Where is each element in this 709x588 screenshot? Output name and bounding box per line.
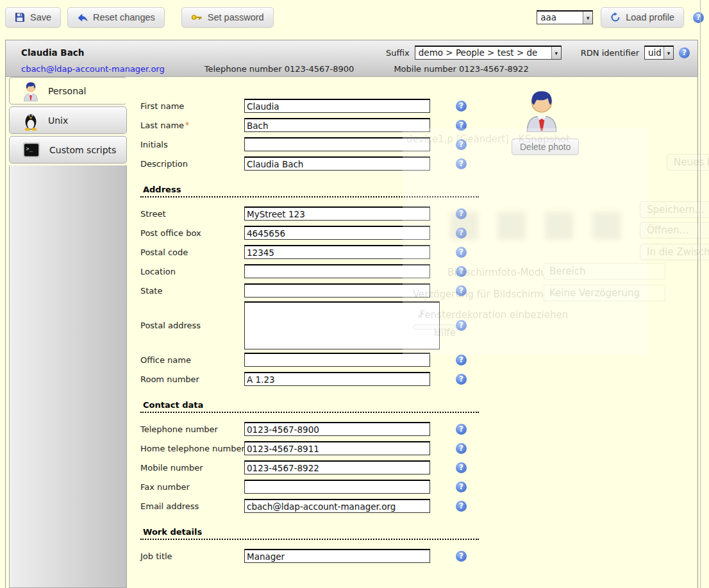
help-icon[interactable]: ? [456, 158, 467, 169]
delete-photo-button[interactable]: Delete photo [512, 139, 579, 155]
telephone-label: Telephone number [140, 424, 244, 434]
email-address-label: Email address [140, 501, 244, 511]
suffix-label: Suffix [386, 48, 410, 58]
help-icon[interactable]: ? [456, 443, 467, 454]
scrollbar-divider[interactable] [700, 0, 701, 588]
postal-address-textarea[interactable] [244, 301, 440, 349]
help-icon[interactable]: ? [456, 101, 467, 112]
job-title-label: Job title [140, 551, 244, 561]
floppy-icon [15, 12, 25, 22]
mobile-number-input[interactable] [244, 460, 430, 475]
account-title: Claudia Bach [21, 47, 84, 58]
form-row: Description ? [140, 154, 697, 173]
help-icon[interactable]: ? [456, 482, 467, 492]
load-profile-button[interactable]: Load profile [601, 7, 684, 28]
first-name-label: First name [140, 101, 244, 111]
room-number-label: Room number [140, 374, 244, 384]
first-name-input[interactable] [244, 99, 430, 113]
terminal-icon: >_ [22, 142, 40, 158]
set-password-label: Set password [208, 12, 264, 22]
fax-number-label: Fax number [140, 482, 244, 492]
last-name-input[interactable] [244, 118, 430, 132]
tab-unix-label: Unix [48, 115, 68, 126]
help-icon[interactable]: ? [456, 285, 467, 296]
suffix-select-value: demo > People > test > de [415, 47, 551, 59]
help-icon[interactable]: ? [456, 551, 467, 562]
fax-number-input[interactable] [244, 480, 430, 494]
work-section-heading: Work details [140, 526, 479, 540]
postal-code-input[interactable] [244, 245, 430, 259]
header-telephone: Telephone number 0123-4567-8900 [204, 64, 354, 74]
reload-icon [610, 12, 621, 22]
tab-personal[interactable]: Personal [9, 77, 127, 105]
suffix-select[interactable]: demo > People > test > de ▾ [415, 46, 562, 60]
room-number-input[interactable] [244, 372, 430, 386]
street-label: Street [140, 209, 244, 219]
select-arrow-icon: ▾ [551, 47, 561, 59]
location-input[interactable] [244, 264, 430, 278]
help-icon[interactable]: ? [456, 139, 467, 150]
account-page: Claudia Bach Suffix demo > People > test… [5, 40, 698, 588]
address-section-heading: Address [140, 183, 479, 197]
help-icon[interactable]: ? [456, 120, 467, 131]
select-arrow-icon: ▾ [583, 12, 592, 24]
save-button[interactable]: Save [5, 7, 61, 28]
street-input[interactable] [244, 206, 430, 221]
form-row: Room number ? [140, 369, 697, 389]
help-icon[interactable]: ? [456, 424, 467, 435]
help-icon[interactable]: ? [456, 462, 467, 473]
undo-arrow-icon [77, 13, 88, 22]
help-icon[interactable]: ? [456, 355, 467, 365]
form-row: Post office box ? [140, 223, 697, 242]
select-arrow-icon: ▾ [663, 47, 673, 59]
description-label: Description [140, 159, 244, 169]
telephone-input[interactable] [244, 422, 430, 436]
form-row: Home telephone number ? [140, 439, 697, 458]
form-row: Office name ? [140, 350, 697, 369]
home-telephone-label: Home telephone number [140, 444, 244, 453]
form-row: Location ? [140, 262, 697, 281]
help-icon[interactable]: ? [456, 247, 467, 258]
email-address-input[interactable] [244, 499, 430, 513]
set-password-button[interactable]: Set password [181, 7, 274, 28]
reset-changes-button[interactable]: Reset changes [67, 7, 165, 28]
help-icon[interactable]: ? [456, 208, 467, 219]
help-icon[interactable]: ? [456, 501, 467, 512]
home-telephone-input[interactable] [244, 441, 430, 455]
tab-personal-label: Personal [48, 86, 87, 96]
form-row: Postal address ? [140, 300, 697, 350]
key-icon [191, 13, 203, 22]
post-office-box-label: Post office box [140, 228, 244, 238]
load-profile-label: Load profile [626, 12, 674, 22]
module-sidebar: Personal Unix >_ [6, 77, 127, 588]
tab-custom-scripts[interactable]: >_ Custom scripts [9, 136, 127, 164]
office-name-input[interactable] [244, 353, 430, 367]
last-name-label: Last name [140, 121, 184, 130]
account-header: Claudia Bach Suffix demo > People > test… [6, 40, 697, 77]
description-input[interactable] [244, 156, 430, 171]
location-label: Location [140, 267, 244, 276]
email-link[interactable]: cbach@ldap-account-manager.org [21, 64, 165, 74]
user-photo [523, 88, 560, 132]
profile-select[interactable]: aaa ▾ [537, 10, 593, 24]
rdn-select[interactable]: uid ▾ [644, 46, 674, 60]
toolbar-help-icon[interactable]: ? [693, 12, 704, 23]
help-icon[interactable]: ? [456, 374, 467, 385]
header-help-icon[interactable]: ? [679, 47, 690, 58]
state-input[interactable] [244, 283, 430, 298]
post-office-box-input[interactable] [244, 226, 430, 240]
tab-unix[interactable]: Unix [9, 106, 127, 134]
tux-icon [22, 110, 39, 131]
job-title-input[interactable] [244, 549, 430, 563]
initials-input[interactable] [244, 137, 430, 151]
sidebar-filler [9, 165, 127, 588]
help-icon[interactable]: ? [456, 228, 467, 239]
form-row: Fax number ? [140, 477, 697, 496]
rdn-label: RDN identifier [581, 48, 639, 58]
help-icon[interactable]: ? [456, 266, 467, 277]
save-button-label: Save [30, 12, 51, 22]
postal-address-label: Postal address [140, 321, 244, 330]
form-row: Mobile number ? [140, 458, 697, 477]
help-icon[interactable]: ? [456, 320, 467, 331]
initials-label: Initials [140, 140, 244, 149]
